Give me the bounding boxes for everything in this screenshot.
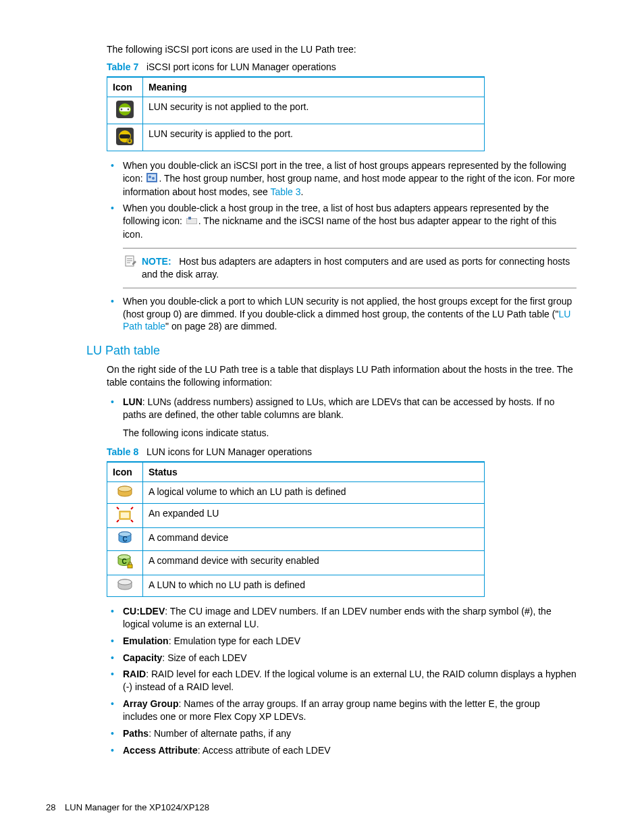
table-row: A logical volume to which an LU path is …: [107, 481, 485, 503]
lun-undefined-icon: [107, 575, 143, 596]
lun-bullet: LUN: LUNs (address numbers) assigned to …: [107, 396, 576, 440]
defs-list: CU:LDEV: The CU image and LDEV numbers. …: [107, 605, 576, 757]
list-item: RAID: RAID level for each LDEV. If the l…: [107, 668, 576, 694]
cell-status: An expanded LU: [143, 503, 485, 527]
link-table3[interactable]: Table 3: [270, 186, 300, 197]
hba-icon: [186, 215, 197, 228]
list-item: LUN: LUNs (address numbers) assigned to …: [107, 396, 576, 440]
note-label: NOTE:: [142, 256, 171, 267]
table-row: An expanded LU: [107, 503, 485, 527]
svg-rect-19: [187, 219, 196, 224]
footer-title: LUN Manager for the XP1024/XP128: [65, 802, 209, 812]
col-status: Status: [143, 462, 485, 482]
svg-rect-20: [188, 217, 191, 219]
svg-rect-25: [121, 513, 129, 518]
table8-label: Table 8: [107, 446, 138, 457]
note-box: NOTE: Host bus adapters are adapters in …: [123, 248, 576, 288]
command-device-secure-icon: C: [107, 550, 143, 575]
port-locked-icon: [107, 124, 143, 151]
table8-title: LUN icons for LUN Manager operations: [146, 446, 312, 457]
cell-meaning: LUN security is applied to the port.: [143, 124, 485, 151]
table7-caption: Table 7 iSCSI port icons for LUN Manager…: [107, 61, 576, 72]
list-item: Array Group: Names of the array groups. …: [107, 698, 576, 723]
intro-text: The following iSCSI port icons are used …: [107, 43, 576, 56]
table-row: LUN security is not applied to the port.: [107, 97, 485, 124]
list-item: Capacity: Size of each LDEV: [107, 652, 576, 664]
table-row: C A command device: [107, 527, 485, 550]
note-icon: [124, 255, 136, 271]
svg-point-11: [126, 134, 130, 138]
page-number: 28: [46, 802, 55, 812]
table-row: C A command device with security enabled: [107, 550, 485, 575]
lun-expanded-icon: [107, 503, 143, 527]
svg-point-5: [121, 108, 123, 110]
cell-status: A command device with security enabled: [143, 550, 485, 575]
bullet-list-1: When you double-click an iSCSI port in t…: [107, 159, 576, 241]
svg-point-23: [118, 486, 132, 492]
table-header-row: Icon Status: [107, 462, 485, 482]
section-heading: LU Path table: [86, 344, 576, 358]
port-unlocked-icon: [107, 97, 143, 124]
svg-point-6: [128, 108, 130, 110]
list-item: Access Attribute: Access attribute of ea…: [107, 744, 576, 757]
svg-point-10: [119, 134, 124, 138]
table7-title: iSCSI port icons for LUN Manager operati…: [146, 61, 336, 72]
cell-status: A command device: [143, 527, 485, 550]
table7-label: Table 7: [107, 61, 138, 72]
term: LUN: [123, 396, 142, 407]
list-item: Emulation: Emulation type for each LDEV: [107, 635, 576, 648]
page: The following iSCSI port icons are used …: [0, 0, 644, 834]
svg-rect-32: [128, 565, 132, 568]
content: The following iSCSI port icons are used …: [107, 43, 576, 757]
note-text: Host bus adapters are adapters in host c…: [142, 256, 570, 280]
table-row: A LUN to which no LU path is defined: [107, 575, 485, 596]
list-item: Paths: Number of alternate paths, if any: [107, 727, 576, 740]
table-header-row: Icon Meaning: [107, 77, 485, 97]
table8-caption: Table 8 LUN icons for LUN Manager operat…: [107, 446, 576, 457]
cell-status: A logical volume to which an LU path is …: [143, 481, 485, 503]
section-p1: On the right side of the LU Path tree is…: [107, 363, 576, 389]
svg-point-34: [118, 579, 132, 585]
svg-text:C: C: [122, 536, 127, 543]
list-item: When you double-click an iSCSI port in t…: [107, 159, 576, 199]
svg-point-17: [152, 177, 155, 180]
cell-status: A LUN to which no LU path is defined: [143, 575, 485, 596]
table-row: LUN security is applied to the port.: [107, 124, 485, 151]
svg-point-16: [149, 176, 151, 178]
lun-defined-icon: [107, 481, 143, 503]
cell-meaning: LUN security is not applied to the port.: [143, 97, 485, 124]
col-icon: Icon: [107, 462, 143, 482]
col-icon: Icon: [107, 77, 143, 97]
svg-rect-13: [129, 140, 131, 142]
page-footer: 28 LUN Manager for the XP1024/XP128: [46, 802, 209, 812]
col-meaning: Meaning: [143, 77, 485, 97]
svg-text:C: C: [122, 558, 126, 565]
table7: Icon Meaning LUN security is not applie: [107, 76, 485, 151]
host-group-icon: [146, 173, 157, 186]
list-item: When you double-click a port to which LU…: [107, 295, 576, 334]
list-item: CU:LDEV: The CU image and LDEV numbers. …: [107, 605, 576, 631]
list-item: When you double-click a host group in th…: [107, 202, 576, 241]
lun-after: The following icons indicate status.: [123, 427, 576, 440]
bullet-list-2: When you double-click a port to which LU…: [107, 295, 576, 334]
command-device-icon: C: [107, 527, 143, 550]
table8: Icon Status A logical volume to which an…: [107, 461, 485, 597]
